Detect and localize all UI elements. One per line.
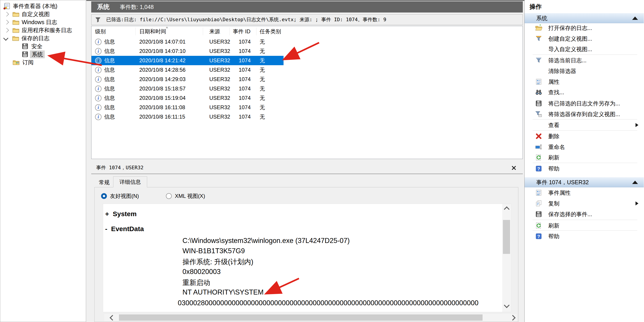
tree-item-label: 订阅 xyxy=(22,59,34,66)
action-find[interactable]: 查找... xyxy=(524,87,644,98)
tree-item-saved-logs[interactable]: 保存的日志 xyxy=(0,34,86,42)
table-row[interactable]: i信息 2020/10/8 14:28:56 USER32 1074 无 xyxy=(92,65,284,75)
properties-icon xyxy=(535,189,542,196)
tree-item-subscriptions[interactable]: 订阅 xyxy=(0,58,86,66)
table-row[interactable]: i信息 2020/10/8 16:11:15 USER32 1074 无 xyxy=(92,112,284,122)
action-rename[interactable]: 重命名 xyxy=(524,142,644,152)
column-header-datetime[interactable]: 日期和时间 xyxy=(136,28,203,35)
filter-icon xyxy=(535,57,542,64)
filter-save-icon xyxy=(535,111,542,118)
action-view[interactable]: 查看 xyxy=(524,120,644,130)
eventdata-value: 操作系统: 升级(计划内) xyxy=(182,257,253,267)
action-help-event[interactable]: 帮助 xyxy=(524,231,644,242)
close-preview-button[interactable] xyxy=(510,164,518,171)
tree-item-label-selected: 系统 xyxy=(30,50,45,58)
node-eventdata[interactable]: - EventData xyxy=(105,225,144,233)
log-title: 系统 xyxy=(97,3,110,11)
folder-icon xyxy=(12,26,20,34)
separator xyxy=(533,54,637,55)
friendly-view-content xyxy=(103,204,511,312)
action-delete[interactable]: 删除 xyxy=(524,131,644,142)
action-refresh[interactable]: 刷新 xyxy=(524,152,644,163)
action-import-custom-view[interactable]: 导入自定义视图... xyxy=(524,44,644,54)
action-clear-filter[interactable]: 清除筛选器 xyxy=(524,66,644,76)
action-save-selected-events[interactable]: 保存选择的事件... xyxy=(524,209,644,219)
find-icon xyxy=(535,89,542,96)
eventdata-hex-value: 0300028000000000000000000000000000000000… xyxy=(178,299,478,307)
create-filter-icon xyxy=(535,35,542,42)
column-header-level[interactable]: 级别 xyxy=(92,28,136,35)
tree-item-system-log[interactable]: 系统 xyxy=(0,50,86,58)
radio-xml-view[interactable]: XML 视图(X) xyxy=(166,192,205,200)
action-filter-current-log[interactable]: 筛选当前日志... xyxy=(524,55,644,66)
properties-icon xyxy=(535,78,542,85)
console-tree-panel: 事件查看器 (本地) 自定义视图 Windows 日志 应用程序和服务日志 保存… xyxy=(0,0,86,322)
delete-icon xyxy=(535,133,542,140)
action-refresh-event[interactable]: 刷新 xyxy=(524,220,644,231)
tree-item-app-service-logs[interactable]: 应用程序和服务日志 xyxy=(0,26,86,34)
node-system[interactable]: + System xyxy=(105,210,137,218)
tree-item-custom-views[interactable]: 自定义视图 xyxy=(0,10,86,18)
filter-summary-text: 已筛选:日志: file://C:\Users\liuyuanbiao\Desk… xyxy=(106,16,386,23)
tree-item-event-viewer-root[interactable]: 事件查看器 (本地) xyxy=(0,2,86,10)
event-viewer-icon xyxy=(3,2,10,9)
table-row[interactable]: i信息 2020/10/8 14:07:01 USER32 1074 无 xyxy=(92,37,284,46)
folder-icon xyxy=(12,18,20,26)
vertical-scrollbar-thumb[interactable] xyxy=(503,220,510,254)
tree-item-label: 自定义视图 xyxy=(22,10,50,18)
horizontal-scrollbar-thumb[interactable] xyxy=(119,315,482,321)
table-row[interactable]: i信息 2020/10/8 14:07:10 USER32 1074 无 xyxy=(92,46,284,56)
eventdata-value: C:\Windows\system32\winlogon.exe (37L424… xyxy=(182,237,350,245)
action-copy[interactable]: 复制 xyxy=(524,198,644,209)
rename-icon xyxy=(535,143,542,151)
table-row[interactable]: i信息 2020/10/8 15:18:57 USER32 1074 无 xyxy=(92,84,284,93)
table-row-selected[interactable]: i信息 2020/10/8 14:21:42 USER32 1074 无 xyxy=(92,56,284,65)
action-open-saved-log[interactable]: 打开保存的日志... xyxy=(524,22,644,33)
chevron-right-icon[interactable] xyxy=(4,12,9,16)
actions-section-header-system[interactable]: 系统 xyxy=(524,13,644,23)
chevron-right-icon[interactable] xyxy=(4,20,9,24)
separator xyxy=(533,119,637,120)
actions-section-header-event[interactable]: 事件 1074，USER32 xyxy=(524,177,644,187)
chevron-right-icon[interactable] xyxy=(4,28,9,32)
information-icon: i xyxy=(95,67,102,73)
table-row[interactable]: i信息 2020/10/8 16:11:08 USER32 1074 无 xyxy=(92,103,284,112)
tree-item-security-log[interactable]: 安全 xyxy=(0,42,86,50)
tree-item-label: 安全 xyxy=(31,43,42,50)
separator xyxy=(533,230,637,231)
saved-log-icon xyxy=(22,43,28,50)
table-row[interactable]: i信息 2020/10/8 15:19:04 USER32 1074 无 xyxy=(92,93,284,103)
information-icon: i xyxy=(95,86,102,92)
event-count: 事件数: 1,048 xyxy=(120,3,154,11)
subscriptions-folder-icon xyxy=(12,59,20,66)
preview-title: 事件 1074，USER32 xyxy=(96,164,144,171)
action-properties[interactable]: 属性 xyxy=(524,76,644,87)
refresh-icon xyxy=(535,154,542,161)
eventdata-value: 0x80020003 xyxy=(182,268,221,276)
action-save-filter-to-custom-view[interactable]: 将筛选器保存到自定义视图... xyxy=(524,109,644,120)
copy-icon xyxy=(535,200,542,207)
tab-details-active[interactable]: 详细信息 xyxy=(113,176,147,187)
radio-friendly-view[interactable]: 友好视图(N) xyxy=(101,192,139,200)
action-help[interactable]: 帮助 xyxy=(524,163,644,174)
information-icon: i xyxy=(95,76,102,83)
column-header-event-id[interactable]: 事件 ID xyxy=(230,28,256,35)
tab-general[interactable]: 常规 xyxy=(96,178,113,187)
separator xyxy=(533,220,637,220)
chevron-down-icon[interactable] xyxy=(3,36,8,41)
separator xyxy=(533,130,637,131)
tree-item-windows-logs[interactable]: Windows 日志 xyxy=(0,18,86,26)
action-save-filtered-log-as[interactable]: 将已筛选的日志文件另存为... xyxy=(524,98,644,109)
column-header-task-category[interactable]: 任务类别 xyxy=(256,28,284,35)
filter-funnel-icon xyxy=(94,16,101,23)
table-row[interactable]: i信息 2020/10/8 14:29:03 USER32 1074 无 xyxy=(92,75,284,84)
action-event-properties[interactable]: 事件属性 xyxy=(524,187,644,198)
tree-item-label: 事件查看器 (本地) xyxy=(13,2,58,10)
information-icon: i xyxy=(95,95,102,101)
save-icon xyxy=(535,100,542,107)
open-folder-icon xyxy=(535,24,542,31)
column-header-source[interactable]: 来源 xyxy=(203,28,230,35)
preview-title-bar: 事件 1074，USER32 xyxy=(91,163,523,173)
eventdata-value: WIN-B1B1T3K57G9 xyxy=(182,247,245,255)
action-create-custom-view[interactable]: 创建自定义视图... xyxy=(524,33,644,44)
